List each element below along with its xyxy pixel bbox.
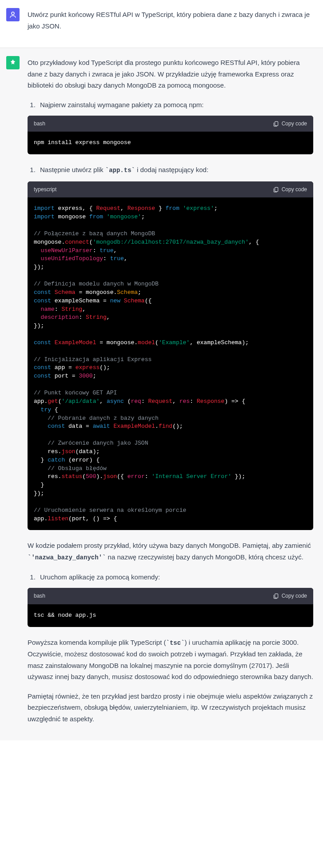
assistant-avatar [6, 56, 20, 69]
outro-paragraph-1: Powyższa komenda kompiluje plik TypeScri… [28, 637, 313, 683]
inline-code: `'nazwa_bazy_danych'` [28, 554, 106, 561]
user-icon [9, 11, 17, 19]
copy-code-button[interactable]: Copy code [273, 185, 307, 194]
steps-list-1: Najpierw zainstaluj wymagane pakiety za … [37, 99, 313, 111]
clipboard-icon [273, 121, 279, 127]
svg-rect-3 [275, 594, 278, 598]
openai-icon [9, 59, 17, 67]
steps-list-3: Uruchom aplikację za pomocą komendy: [37, 571, 313, 583]
clipboard-icon [273, 593, 279, 599]
steps-list-2: Następnie utwórz plik `app.ts` i dodaj n… [37, 164, 313, 176]
code-body[interactable]: import express, { Request, Response } fr… [28, 197, 313, 530]
after-code-paragraph: W kodzie podałem prosty przykład, który … [28, 540, 313, 563]
code-block-typescript: typescript Copy code import express, { R… [28, 181, 313, 530]
assistant-message: Oto przykładowy kod TypeScript dla prost… [0, 48, 323, 740]
copy-code-button[interactable]: Copy code [273, 591, 307, 600]
user-message: Utwórz punkt końcowy RESTful API w TypeS… [0, 0, 323, 48]
copy-label: Copy code [282, 119, 307, 128]
inline-code: `tsc` [166, 639, 185, 647]
intro-paragraph: Oto przykładowy kod TypeScript dla prost… [28, 57, 313, 91]
code-lang-label: bash [34, 591, 45, 600]
outro-paragraph-2: Pamiętaj również, że ten przykład jest b… [28, 691, 313, 725]
copy-label: Copy code [282, 185, 307, 194]
clipboard-icon [273, 186, 279, 193]
user-content: Utwórz punkt końcowy RESTful API w TypeS… [28, 8, 317, 40]
step-2: Następnie utwórz plik `app.ts` i dodaj n… [37, 164, 313, 176]
inline-code: `app.ts` [105, 167, 135, 174]
user-avatar [6, 8, 20, 21]
code-body[interactable]: tsc && node app.js [28, 604, 313, 627]
svg-rect-2 [275, 188, 278, 192]
code-header: typescript Copy code [28, 181, 313, 197]
code-block-bash-1: bash Copy code npm install express mongo… [28, 116, 313, 154]
code-lang-label: bash [34, 119, 45, 128]
copy-code-button[interactable]: Copy code [273, 119, 307, 128]
copy-label: Copy code [282, 591, 307, 600]
code-block-bash-2: bash Copy code tsc && node app.js [28, 588, 313, 627]
svg-rect-1 [275, 122, 278, 126]
svg-point-0 [12, 12, 14, 15]
assistant-content: Oto przykładowy kod TypeScript dla prost… [28, 56, 317, 732]
user-text: Utwórz punkt końcowy RESTful API w TypeS… [28, 9, 313, 32]
code-header: bash Copy code [28, 116, 313, 132]
code-body[interactable]: npm install express mongoose [28, 132, 313, 154]
code-header: bash Copy code [28, 588, 313, 604]
code-lang-label: typescript [34, 185, 56, 194]
step-3: Uruchom aplikację za pomocą komendy: [37, 571, 313, 583]
step-1: Najpierw zainstaluj wymagane pakiety za … [37, 99, 313, 111]
